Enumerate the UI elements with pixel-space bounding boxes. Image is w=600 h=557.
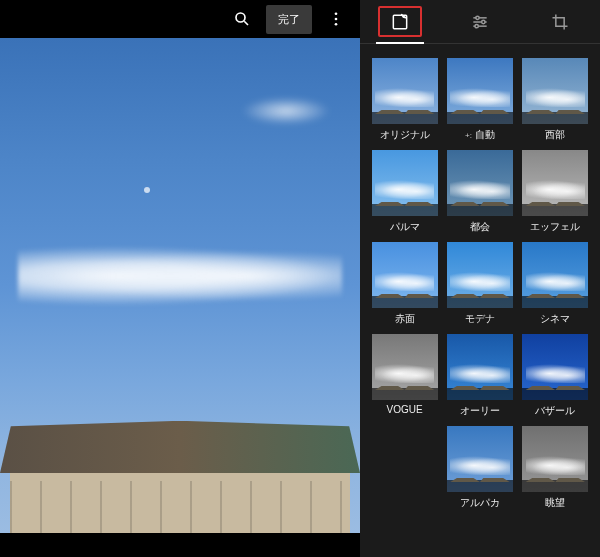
filter-vogue[interactable]: VOGUE	[372, 334, 438, 418]
preview-pane: 完了	[0, 0, 360, 557]
filter-auto[interactable]: +:自動	[447, 58, 513, 142]
filter-label: モデナ	[465, 312, 495, 326]
preview-toolbar: 完了	[0, 0, 360, 38]
filter-thumbnail	[372, 150, 438, 216]
filter-label: VOGUE	[387, 404, 423, 415]
filter-ollie[interactable]: オーリー	[447, 334, 513, 418]
edit-panel: オリジナル+:自動西部パルマ都会エッフェル赤面モデナシネマVOGUEオーリーバザ…	[360, 0, 600, 557]
filter-grid: オリジナル+:自動西部パルマ都会エッフェル赤面モデナシネマVOGUEオーリーバザ…	[360, 44, 600, 557]
filter-thumbnail	[522, 58, 588, 124]
panel-tabs	[360, 0, 600, 44]
svg-point-3	[335, 18, 338, 21]
tab-crop[interactable]	[520, 0, 600, 43]
filter-thumbnail	[447, 334, 513, 400]
more-icon[interactable]	[318, 3, 354, 35]
filter-label: +:自動	[465, 128, 495, 142]
filter-thumbnail	[372, 58, 438, 124]
filter-thumbnail	[522, 150, 588, 216]
done-button[interactable]: 完了	[266, 5, 312, 34]
filter-palma[interactable]: パルマ	[372, 150, 438, 234]
filter-label: 西部	[545, 128, 565, 142]
preview-image[interactable]	[0, 38, 360, 533]
filter-blush[interactable]: 赤面	[372, 242, 438, 326]
tab-filters[interactable]	[360, 0, 440, 43]
zoom-icon[interactable]	[224, 3, 260, 35]
svg-point-10	[476, 16, 479, 19]
filter-label: 都会	[470, 220, 490, 234]
svg-point-12	[475, 24, 478, 27]
filter-thumbnail	[522, 426, 588, 492]
cloud	[18, 246, 342, 306]
highlight-box	[378, 6, 422, 37]
filter-cinema[interactable]: シネマ	[522, 242, 588, 326]
filter-original[interactable]: オリジナル	[372, 58, 438, 142]
tab-adjust[interactable]	[440, 0, 520, 43]
filter-eiffel[interactable]: エッフェル	[522, 150, 588, 234]
filter-thumbnail	[447, 150, 513, 216]
filter-modena[interactable]: モデナ	[447, 242, 513, 326]
filter-metro[interactable]: 都会	[447, 150, 513, 234]
filter-label: 眺望	[545, 496, 565, 510]
filter-alpaca[interactable]: アルパカ	[447, 426, 513, 510]
filter-thumbnail	[447, 58, 513, 124]
filter-label: オリジナル	[380, 128, 430, 142]
filter-label: エッフェル	[530, 220, 580, 234]
photo-editor: 完了 オリジナル+:	[0, 0, 600, 557]
moon	[144, 187, 150, 193]
filter-thumbnail	[447, 242, 513, 308]
filter-label: シネマ	[540, 312, 570, 326]
filter-west[interactable]: 西部	[522, 58, 588, 142]
svg-point-11	[482, 20, 485, 23]
filter-thumbnail	[522, 334, 588, 400]
svg-point-0	[236, 13, 245, 22]
filter-thumbnail	[447, 426, 513, 492]
cloud	[241, 97, 331, 125]
filter-thumbnail	[372, 242, 438, 308]
filter-thumbnail	[372, 334, 438, 400]
filter-vista[interactable]: 眺望	[522, 426, 588, 510]
spacer	[372, 426, 438, 510]
filter-label: アルパカ	[460, 496, 500, 510]
filter-label: パルマ	[390, 220, 420, 234]
svg-line-1	[244, 21, 248, 25]
filter-label: バザール	[535, 404, 575, 418]
building	[0, 421, 360, 533]
filter-thumbnail	[522, 242, 588, 308]
svg-point-4	[335, 23, 338, 26]
filter-label: 赤面	[395, 312, 415, 326]
filter-bazaar[interactable]: バザール	[522, 334, 588, 418]
filter-label: オーリー	[460, 404, 500, 418]
svg-point-2	[335, 12, 338, 15]
